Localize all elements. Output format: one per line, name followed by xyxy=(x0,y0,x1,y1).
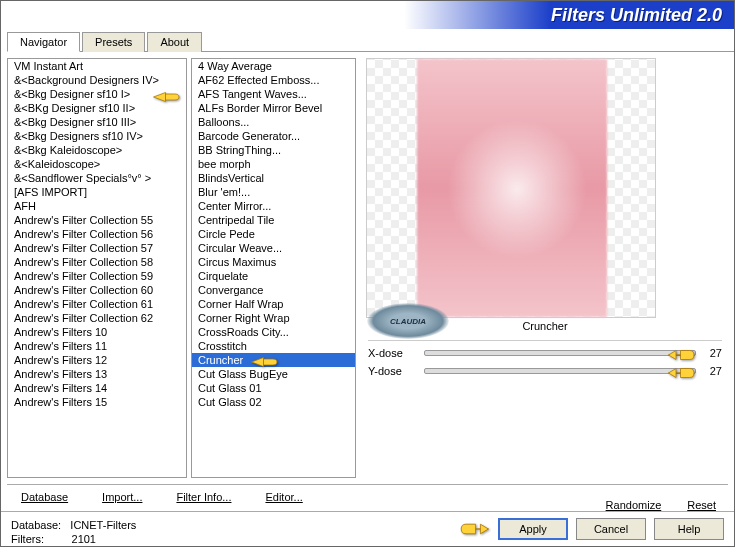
filter-item[interactable]: Center Mirror... xyxy=(192,199,355,213)
filter-item[interactable]: Corner Right Wrap xyxy=(192,311,355,325)
category-item[interactable]: Andrew's Filters 11 xyxy=(8,339,186,353)
db-info: Database: ICNET-Filters Filters: 2101 xyxy=(11,518,136,546)
watermark-logo: CLAUDIA xyxy=(367,303,449,339)
param-row-ydose: Y-dose 27 xyxy=(368,365,722,377)
filter-item[interactable]: Circular Weave... xyxy=(192,241,355,255)
editor-button[interactable]: Editor... xyxy=(265,491,302,511)
db-value: ICNET-Filters xyxy=(70,519,136,531)
filter-info-button[interactable]: Filter Info... xyxy=(176,491,231,511)
category-item[interactable]: Andrew's Filters 15 xyxy=(8,395,186,409)
database-button[interactable]: Database xyxy=(21,491,68,511)
filter-item[interactable]: AF62 Effected Emboss... xyxy=(192,73,355,87)
filter-item[interactable]: Corner Half Wrap xyxy=(192,297,355,311)
tab-bar: Navigator Presets About xyxy=(7,31,734,52)
parameter-area: X-dose 27 Y-dose 27 xyxy=(368,340,722,383)
filter-item[interactable]: ALFs Border Mirror Bevel xyxy=(192,101,355,115)
category-item[interactable]: &<BKg Designer sf10 II> xyxy=(8,101,186,115)
param-label-xdose: X-dose xyxy=(368,347,420,359)
footer: Database: ICNET-Filters Filters: 2101 Ap… xyxy=(1,511,734,547)
category-item[interactable]: &<Sandflower Specials°v° > xyxy=(8,171,186,185)
slider-ydose[interactable] xyxy=(424,368,696,374)
filter-item[interactable]: Circle Pede xyxy=(192,227,355,241)
tab-about[interactable]: About xyxy=(147,32,202,52)
slider-xdose[interactable] xyxy=(424,350,696,356)
filter-item[interactable]: Barcode Generator... xyxy=(192,129,355,143)
category-item[interactable]: Andrew's Filter Collection 57 xyxy=(8,241,186,255)
import-button[interactable]: Import... xyxy=(102,491,142,511)
cancel-button[interactable]: Cancel xyxy=(576,518,646,540)
category-item[interactable]: Andrew's Filters 12 xyxy=(8,353,186,367)
category-item[interactable]: Andrew's Filter Collection 61 xyxy=(8,297,186,311)
filter-item[interactable]: BB StringThing... xyxy=(192,143,355,157)
dialog-buttons: Apply Cancel Help xyxy=(458,518,724,540)
help-button[interactable]: Help xyxy=(654,518,724,540)
nav-button-row: Database Import... Filter Info... Editor… xyxy=(7,484,728,511)
app-window: Filters Unlimited 2.0 Navigator Presets … xyxy=(0,0,735,547)
category-item[interactable]: Andrew's Filter Collection 58 xyxy=(8,255,186,269)
filter-item[interactable]: Blur 'em!... xyxy=(192,185,355,199)
tab-presets[interactable]: Presets xyxy=(82,32,145,52)
filter-item[interactable]: 4 Way Average xyxy=(192,59,355,73)
filters-count-label: Filters: xyxy=(11,533,44,545)
preview-highlight xyxy=(447,119,587,259)
filter-item[interactable]: Cruncher xyxy=(192,353,355,367)
filter-item[interactable]: Crosstitch xyxy=(192,339,355,353)
filter-list[interactable]: 4 Way AverageAF62 Effected Emboss...AFS … xyxy=(191,58,356,478)
category-item[interactable]: Andrew's Filter Collection 59 xyxy=(8,269,186,283)
filter-item[interactable]: Centripedal Tile xyxy=(192,213,355,227)
filter-item[interactable]: Cut Glass 01 xyxy=(192,381,355,395)
category-list[interactable]: VM Instant Art&<Background Designers IV>… xyxy=(7,58,187,478)
filter-item[interactable]: Cut Glass BugEye xyxy=(192,367,355,381)
param-label-ydose: Y-dose xyxy=(368,365,420,377)
filter-item[interactable]: Convergance xyxy=(192,283,355,297)
callout-pointer-icon xyxy=(458,519,490,539)
reset-button[interactable]: Reset xyxy=(687,499,716,511)
filter-item[interactable]: Balloons... xyxy=(192,115,355,129)
category-item[interactable]: &<Bkg Designer sf10 III> xyxy=(8,115,186,129)
category-item[interactable]: &<Bkg Designer sf10 I> xyxy=(8,87,186,101)
db-label: Database: xyxy=(11,519,61,531)
filter-item[interactable]: AFS Tangent Waves... xyxy=(192,87,355,101)
category-item[interactable]: Andrew's Filter Collection 62 xyxy=(8,311,186,325)
lists-container: VM Instant Art&<Background Designers IV>… xyxy=(7,58,356,478)
apply-button[interactable]: Apply xyxy=(498,518,568,540)
app-title: Filters Unlimited 2.0 xyxy=(551,5,722,26)
category-item[interactable]: VM Instant Art xyxy=(8,59,186,73)
category-item[interactable]: Andrew's Filters 14 xyxy=(8,381,186,395)
titlebar: Filters Unlimited 2.0 xyxy=(1,1,734,29)
filter-item[interactable]: Cut Glass 02 xyxy=(192,395,355,409)
filter-item[interactable]: CrossRoads City... xyxy=(192,325,355,339)
category-item[interactable]: &<Bkg Kaleidoscope> xyxy=(8,143,186,157)
filter-item[interactable]: bee morph xyxy=(192,157,355,171)
category-item[interactable]: Andrew's Filter Collection 55 xyxy=(8,213,186,227)
randomize-button[interactable]: Randomize xyxy=(606,499,662,511)
preview-area: CLAUDIA xyxy=(366,58,656,318)
category-item[interactable]: Andrew's Filter Collection 60 xyxy=(8,283,186,297)
main-area: VM Instant Art&<Background Designers IV>… xyxy=(1,52,734,484)
param-value-ydose[interactable]: 27 xyxy=(700,365,722,377)
param-value-xdose[interactable]: 27 xyxy=(700,347,722,359)
category-item[interactable]: Andrew's Filters 13 xyxy=(8,367,186,381)
category-item[interactable]: [AFS IMPORT] xyxy=(8,185,186,199)
filter-item[interactable]: Cirquelate xyxy=(192,269,355,283)
category-item[interactable]: Andrew's Filter Collection 56 xyxy=(8,227,186,241)
category-item[interactable]: Andrew's Filters 10 xyxy=(8,325,186,339)
filters-count-value: 2101 xyxy=(72,533,96,545)
category-item[interactable]: &<Background Designers IV> xyxy=(8,73,186,87)
right-panel: CLAUDIA Cruncher X-dose 27 Y-dose 27 xyxy=(362,58,728,478)
category-item[interactable]: AFH xyxy=(8,199,186,213)
category-item[interactable]: &<Kaleidoscope> xyxy=(8,157,186,171)
tab-navigator[interactable]: Navigator xyxy=(7,32,80,52)
filter-item[interactable]: BlindsVertical xyxy=(192,171,355,185)
filter-item[interactable]: Circus Maximus xyxy=(192,255,355,269)
category-item[interactable]: &<Bkg Designers sf10 IV> xyxy=(8,129,186,143)
param-row-xdose: X-dose 27 xyxy=(368,347,722,359)
